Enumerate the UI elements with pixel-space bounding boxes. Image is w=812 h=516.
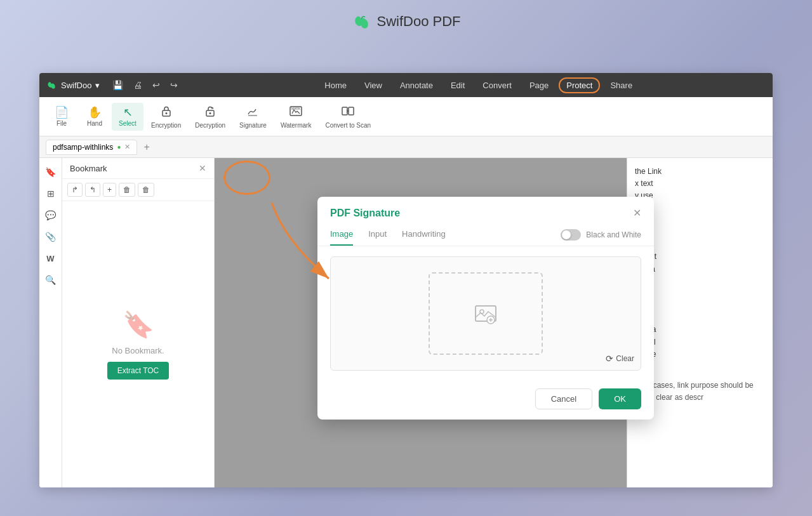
undo-button[interactable]: ↩ xyxy=(149,77,164,93)
extract-toc-button[interactable]: Extract TOC xyxy=(107,362,170,380)
bookmark-empty-icon: 🔖 xyxy=(123,310,154,340)
tool-file[interactable]: 📄 File xyxy=(46,103,77,131)
svg-text:MARK: MARK xyxy=(291,107,301,110)
cancel-button[interactable]: Cancel xyxy=(535,388,592,409)
bookmark-title: Bookmark xyxy=(70,164,107,173)
tab-pdfsample[interactable]: pdfsamp-withlinks ● ✕ xyxy=(46,140,137,155)
new-tab-button[interactable]: + xyxy=(140,140,153,154)
dialog-close-button[interactable]: ✕ xyxy=(633,207,641,219)
sidebar-bookmark-icon[interactable]: 🔖 xyxy=(42,163,60,181)
menu-nav: Home View Annotate Edit Convert Page Pro… xyxy=(190,77,766,93)
tool-decryption[interactable]: Decryption xyxy=(189,100,232,133)
dialog-tabs: Image Input Handwriting Black and White xyxy=(317,224,654,246)
bookmark-delete-all[interactable]: 🗑 xyxy=(138,183,154,197)
swifdoo-logo-icon xyxy=(351,11,371,32)
decryption-label: Decryption xyxy=(195,122,225,129)
menu-page[interactable]: Page xyxy=(522,77,556,93)
bookmark-header: Bookmark ✕ xyxy=(62,158,214,179)
dialog-tab-handwriting[interactable]: Handwriting xyxy=(402,224,446,246)
dialog-body: ⟳ Clear xyxy=(317,246,654,381)
ok-button[interactable]: OK xyxy=(599,388,641,409)
encryption-icon xyxy=(159,104,173,120)
tool-hand[interactable]: ✋ Hand xyxy=(79,103,110,131)
clear-icon: ⟳ xyxy=(606,354,613,364)
watermark-label: Watermark xyxy=(281,122,312,129)
dialog-tab-input[interactable]: Input xyxy=(368,224,387,246)
bw-toggle[interactable] xyxy=(561,229,581,241)
svg-rect-8 xyxy=(342,107,347,115)
sidebar-icons: 🔖 ⊞ 💬 📎 W 🔍 xyxy=(39,158,62,487)
bookmark-empty: 🔖 No Bookmark. Extract TOC xyxy=(62,201,214,487)
tab-close-button[interactable]: ✕ xyxy=(124,143,130,151)
bookmark-toolbar: ↱ ↰ + 🗑 🗑 xyxy=(62,179,214,201)
menu-view[interactable]: View xyxy=(357,77,390,93)
menu-share[interactable]: Share xyxy=(602,77,640,93)
dialog-header: PDF Signature ✕ xyxy=(317,197,654,224)
tool-convert-scan[interactable]: Convert to Scan xyxy=(319,100,377,133)
select-icon: ↖ xyxy=(123,107,133,118)
toggle-knob xyxy=(562,230,571,239)
app-title: SwifDoo PDF xyxy=(376,13,460,30)
title-bar: SwifDoo PDF xyxy=(0,0,812,39)
dialog-title: PDF Signature xyxy=(330,208,400,219)
bookmark-empty-text: No Bookmark. xyxy=(112,346,164,355)
tool-signature[interactable]: Signature xyxy=(233,100,273,133)
tab-dot: ● xyxy=(117,143,121,150)
menu-bar: SwifDoo ▾ 💾 🖨 ↩ ↪ Home View Annotate Edi… xyxy=(39,73,773,97)
clear-button[interactable]: ⟳ Clear xyxy=(606,354,634,364)
sidebar-attachments-icon[interactable]: 📎 xyxy=(42,228,60,246)
bookmark-close-button[interactable]: ✕ xyxy=(199,163,206,173)
hand-label: Hand xyxy=(87,120,102,127)
bookmark-indent-in[interactable]: ↱ xyxy=(67,183,83,197)
menu-annotate[interactable]: Annotate xyxy=(392,77,441,93)
right-panel-text: the Link x text y use links tool t k tag… xyxy=(635,166,765,361)
sidebar-w-icon[interactable]: W xyxy=(42,249,60,267)
menu-protect[interactable]: Protect xyxy=(559,77,600,93)
svg-rect-9 xyxy=(349,107,354,115)
menu-brand-label: SwifDoo xyxy=(61,81,91,90)
decryption-icon xyxy=(203,104,217,120)
tab-label: pdfsamp-withlinks xyxy=(53,143,113,152)
bookmark-indent-out[interactable]: ↰ xyxy=(85,183,100,197)
redo-button[interactable]: ↪ xyxy=(166,77,182,93)
encryption-label: Encryption xyxy=(151,122,181,129)
sidebar-search-icon[interactable]: 🔍 xyxy=(42,271,60,289)
upload-box[interactable] xyxy=(429,272,543,355)
app-logo: SwifDoo PDF xyxy=(351,11,460,32)
menu-controls: 💾 🖨 ↩ ↪ xyxy=(109,77,182,93)
menu-brand[interactable]: SwifDoo ▾ xyxy=(46,79,100,91)
file-label: File xyxy=(57,120,67,127)
convert-scan-icon xyxy=(341,104,355,120)
hand-icon: ✋ xyxy=(88,107,102,118)
clear-label: Clear xyxy=(616,354,634,363)
print-button[interactable]: 🖨 xyxy=(130,77,146,93)
save-button[interactable]: 💾 xyxy=(109,77,127,93)
dialog-tab-image[interactable]: Image xyxy=(330,224,353,246)
menu-convert[interactable]: Convert xyxy=(475,77,519,93)
tool-watermark[interactable]: MARK Watermark xyxy=(274,100,318,133)
bw-label: Black and White xyxy=(586,230,641,239)
select-label: Select xyxy=(119,120,136,127)
menu-edit[interactable]: Edit xyxy=(443,77,472,93)
bookmark-delete[interactable]: 🗑 xyxy=(119,183,135,197)
menu-brand-icon xyxy=(46,79,57,91)
convert-scan-label: Convert to Scan xyxy=(325,122,371,129)
tool-select[interactable]: ↖ Select xyxy=(112,103,143,131)
bookmark-panel: Bookmark ✕ ↱ ↰ + 🗑 🗑 🔖 No Bookmark. Extr… xyxy=(62,158,215,487)
bookmark-add[interactable]: + xyxy=(103,183,116,197)
sidebar-pages-icon[interactable]: ⊞ xyxy=(42,185,60,202)
menu-brand-chevron[interactable]: ▾ xyxy=(95,81,100,90)
signature-label: Signature xyxy=(239,122,267,129)
svg-point-4 xyxy=(210,112,211,114)
signature-dialog: PDF Signature ✕ Image Input Handwriting … xyxy=(317,197,654,420)
toolbar: 📄 File ✋ Hand ↖ Select Encryption Decryp… xyxy=(39,97,773,136)
menu-home[interactable]: Home xyxy=(317,77,354,93)
signature-icon xyxy=(246,104,260,120)
tool-encryption[interactable]: Encryption xyxy=(145,100,187,133)
svg-point-1 xyxy=(165,112,167,114)
file-icon: 📄 xyxy=(55,107,69,118)
image-upload-area[interactable]: ⟳ Clear xyxy=(330,256,641,371)
upload-image-icon xyxy=(473,301,498,326)
sidebar-comments-icon[interactable]: 💬 xyxy=(42,206,60,224)
dialog-tab-options: Black and White xyxy=(561,224,641,246)
